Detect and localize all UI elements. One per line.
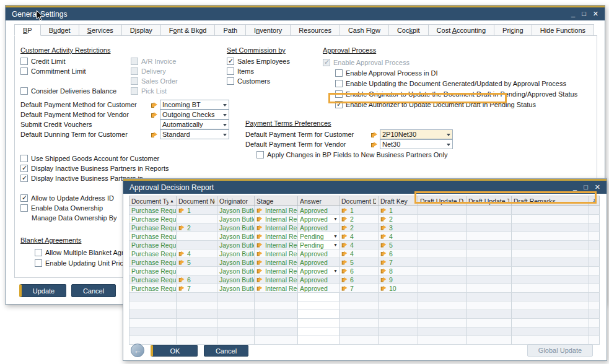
- column-header-draft-key[interactable]: Draft Key: [379, 196, 418, 206]
- cell-draft-remarks[interactable]: [512, 293, 589, 301]
- table-row[interactable]: Purchase Request1Jayson ButlerInternal R…: [129, 206, 600, 215]
- cell-document-no[interactable]: 1: [177, 206, 217, 215]
- tab-display[interactable]: Display: [122, 24, 161, 36]
- combo-arrow-icon[interactable]: ▼: [333, 217, 338, 221]
- cell-draft-update-date[interactable]: [418, 241, 467, 249]
- ok-button[interactable]: OK: [151, 345, 198, 357]
- table-row[interactable]: Purchase RequestJayson ButlerInternal Re…: [129, 267, 600, 275]
- cell-draft-update-date[interactable]: [418, 310, 467, 319]
- cell-document-draft[interactable]: [340, 319, 379, 327]
- cell-draft-remarks[interactable]: [512, 249, 589, 258]
- tab-hide-functions[interactable]: Hide Functions: [532, 24, 594, 36]
- cell-document-no[interactable]: 5: [177, 258, 217, 267]
- cell-stage[interactable]: Internal Requis: [255, 275, 298, 284]
- link-arrow-icon[interactable]: [179, 225, 185, 230]
- cell-draft-remarks[interactable]: [512, 319, 589, 327]
- cell-document-type[interactable]: [129, 301, 177, 310]
- link-arrow-icon[interactable]: [381, 234, 387, 239]
- column-header-stage[interactable]: Stage: [255, 196, 298, 206]
- cell-document-draft[interactable]: [340, 327, 379, 336]
- link-arrow-icon[interactable]: [342, 277, 348, 282]
- cell-answer[interactable]: Approved: [298, 223, 340, 232]
- cell-draft-key[interactable]: [379, 293, 418, 301]
- cell-answer[interactable]: Approved: [298, 249, 340, 258]
- combo-arrow-icon[interactable]: ▼: [333, 243, 338, 247]
- link-arrow-icon[interactable]: [342, 217, 348, 222]
- cell-document-no[interactable]: 7: [177, 284, 217, 293]
- combo-arrow-icon[interactable]: ▼: [333, 269, 338, 273]
- cell-document-type[interactable]: Purchase Request: [129, 284, 177, 293]
- cell-answer[interactable]: Approved: [298, 206, 340, 215]
- cell-document-no[interactable]: [177, 215, 217, 223]
- cell-draft-remarks[interactable]: [512, 206, 589, 215]
- cell-originator[interactable]: Jayson Butler: [217, 232, 255, 241]
- tab-bp[interactable]: BP: [14, 24, 41, 36]
- link-arrow-icon[interactable]: [179, 251, 185, 256]
- cell-document-draft[interactable]: [340, 301, 379, 310]
- cell-draft-key[interactable]: [379, 319, 418, 327]
- cell-document-draft[interactable]: 7: [340, 284, 379, 293]
- tab-path[interactable]: Path: [215, 24, 246, 36]
- close-icon[interactable]: ✕: [593, 11, 598, 17]
- cell-draft-remarks[interactable]: [512, 241, 589, 249]
- table-row[interactable]: Purchase Request6Jayson ButlerInternal R…: [129, 275, 600, 284]
- tab-font-bkgd[interactable]: Font & Bkgd: [161, 24, 216, 36]
- cell-draft-key[interactable]: [379, 301, 418, 310]
- table-row[interactable]: Purchase Request5Jayson ButlerInternal R…: [129, 258, 600, 267]
- cell-draft-update-date[interactable]: [418, 284, 467, 293]
- cell-document-type[interactable]: Purchase Request: [129, 232, 177, 241]
- cancel-button[interactable]: Cancel: [71, 284, 116, 297]
- link-arrow-icon[interactable]: [342, 286, 348, 291]
- cell-stage[interactable]: [255, 301, 298, 310]
- cell-draft-update-date[interactable]: [418, 293, 467, 301]
- cell-originator[interactable]: [217, 293, 255, 301]
- cell-document-type[interactable]: [129, 310, 177, 319]
- cell-draft-remarks[interactable]: [512, 301, 589, 310]
- link-arrow-icon[interactable]: [342, 225, 348, 230]
- link-arrow-icon[interactable]: [179, 208, 185, 213]
- global-update-button[interactable]: Global Update: [527, 344, 593, 357]
- cell-document-type[interactable]: [129, 319, 177, 327]
- cell-stage[interactable]: Internal Requis: [255, 223, 298, 232]
- cell-answer[interactable]: [298, 310, 340, 319]
- cancel-button[interactable]: Cancel: [204, 345, 248, 357]
- cell-draft-update-date[interactable]: [418, 319, 467, 327]
- combo-arrow-icon[interactable]: ▼: [333, 234, 338, 238]
- cell-draft-key[interactable]: 10: [379, 284, 418, 293]
- cell-stage[interactable]: Internal Requis: [255, 258, 298, 267]
- expand-form-icon[interactable]: ↗: [591, 197, 597, 206]
- tab-cost-accounting[interactable]: Cost Accounting: [429, 24, 495, 36]
- cell-answer[interactable]: [298, 301, 340, 310]
- cell-document-type[interactable]: [129, 327, 177, 336]
- cell-draft-update-date[interactable]: [418, 232, 467, 241]
- link-arrow-icon[interactable]: [342, 208, 348, 213]
- cell-draft-update-date[interactable]: [418, 215, 467, 223]
- cell-draft-update-date[interactable]: [418, 327, 467, 336]
- cell-answer[interactable]: Approved▼: [298, 215, 340, 223]
- cell-draft-update-time[interactable]: [467, 223, 512, 232]
- cell-originator[interactable]: Jayson Butler: [217, 223, 255, 232]
- cell-originator[interactable]: Jayson Butler: [217, 206, 255, 215]
- cell-draft-update-time[interactable]: [467, 206, 512, 215]
- tab-inventory[interactable]: Inventory: [246, 24, 291, 36]
- cell-stage[interactable]: [255, 327, 298, 336]
- cell-document-draft[interactable]: 4: [340, 232, 379, 241]
- cell-originator[interactable]: Jayson Butler: [217, 284, 255, 293]
- link-arrow-icon[interactable]: [381, 286, 387, 291]
- link-arrow-icon[interactable]: [257, 243, 263, 248]
- link-arrow-icon[interactable]: [257, 208, 263, 213]
- cell-answer[interactable]: [298, 327, 340, 336]
- cell-draft-remarks[interactable]: [512, 267, 589, 275]
- cell-stage[interactable]: Internal Requis: [255, 232, 298, 241]
- cell-draft-update-time[interactable]: [467, 310, 512, 319]
- cell-draft-update-time[interactable]: [467, 215, 512, 223]
- cell-draft-remarks[interactable]: [512, 275, 589, 284]
- cell-draft-key[interactable]: 5: [379, 241, 418, 249]
- link-arrow-icon[interactable]: [342, 243, 348, 248]
- cell-draft-update-time[interactable]: [467, 319, 512, 327]
- cell-originator[interactable]: Jayson Butler: [217, 275, 255, 284]
- cell-document-type[interactable]: Purchase Request: [129, 241, 177, 249]
- cell-draft-remarks[interactable]: [512, 223, 589, 232]
- cell-document-draft[interactable]: [340, 336, 379, 345]
- cell-originator[interactable]: [217, 310, 255, 319]
